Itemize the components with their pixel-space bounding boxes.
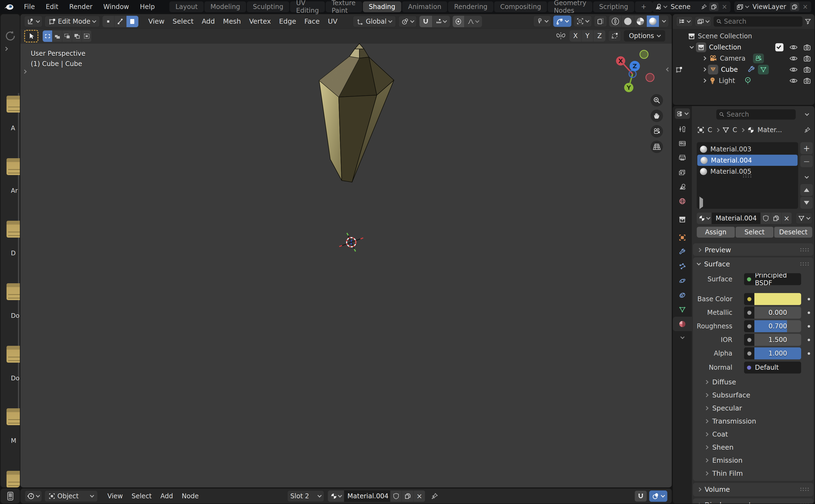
tab-animation[interactable]: Animation xyxy=(402,1,447,12)
select-extend-button[interactable] xyxy=(52,30,62,42)
solid-shading-button[interactable] xyxy=(622,15,634,27)
menu-edit[interactable]: Edit xyxy=(40,3,64,11)
toggle-ortho-grid-button[interactable] xyxy=(651,141,663,153)
subsection-specular[interactable]: Specular xyxy=(693,402,813,415)
list-resize-grip[interactable] xyxy=(743,174,752,178)
material-slot[interactable]: Material.003 xyxy=(697,144,798,155)
crystal-mesh-object[interactable] xyxy=(311,42,415,310)
outliner-search-input[interactable] xyxy=(724,18,800,25)
menu-node[interactable]: Node xyxy=(177,492,203,500)
mode-dropdown[interactable]: Edit Mode xyxy=(45,16,100,27)
subsection-thin-film[interactable]: Thin Film xyxy=(693,467,813,480)
scene-name[interactable]: Scene xyxy=(669,3,699,11)
expand-chevron-icon[interactable] xyxy=(690,44,694,49)
list-item[interactable]: Ar xyxy=(1,158,20,175)
outliner-filter-dropdown[interactable] xyxy=(695,16,711,27)
tab-compositing[interactable]: Compositing xyxy=(494,1,547,12)
alpha-slider[interactable]: 1.000 xyxy=(744,347,801,359)
toolbar-expand-icon[interactable] xyxy=(23,70,27,74)
displacement-panel-header[interactable]: Displacement xyxy=(693,498,813,503)
expand-chevron-icon[interactable] xyxy=(702,79,707,83)
pivot-point-dropdown[interactable] xyxy=(399,16,417,27)
tab-layout[interactable]: Layout xyxy=(169,1,204,12)
tab-scripting[interactable]: Scripting xyxy=(593,1,634,12)
light-data-icon[interactable] xyxy=(744,77,751,85)
viewport-canvas[interactable]: User Perspective (1) Cube | Cube xyxy=(20,44,672,487)
decorator-dot-icon[interactable] xyxy=(808,352,810,355)
mesh-data-link-dropdown[interactable] xyxy=(796,213,812,224)
menu-uv[interactable]: UV xyxy=(324,17,341,25)
axis-navigation-gizmo[interactable]: X Z Y xyxy=(609,49,658,95)
slot-dropdown[interactable]: Slot 2 xyxy=(287,490,324,502)
view-layer-name[interactable]: ViewLayer xyxy=(751,3,788,11)
remove-view-layer-icon[interactable]: × xyxy=(801,3,809,11)
view-layer-selector[interactable]: ViewLayer × xyxy=(734,1,811,12)
browse-material-dropdown[interactable] xyxy=(328,490,344,502)
menu-help[interactable]: Help xyxy=(135,3,160,11)
menu-view[interactable]: View xyxy=(103,492,127,500)
unlink-material-button[interactable]: × xyxy=(414,490,425,502)
fake-user-shield-button[interactable] xyxy=(390,490,402,502)
tab-render[interactable] xyxy=(673,136,692,151)
options-dropdown[interactable]: Options xyxy=(624,30,665,42)
menu-add[interactable]: Add xyxy=(198,17,219,25)
ior-slider[interactable]: 1.500 xyxy=(744,334,801,346)
vertex-select-button[interactable] xyxy=(102,16,114,27)
remove-material-slot-button[interactable]: − xyxy=(800,155,813,167)
tab-object-data[interactable] xyxy=(673,302,692,317)
menu-vertex[interactable]: Vertex xyxy=(245,17,275,25)
list-item[interactable]: D xyxy=(1,221,20,238)
decorator-dot-icon[interactable] xyxy=(808,339,810,341)
mesh-data-icon[interactable] xyxy=(758,65,769,74)
pan-hand-button[interactable] xyxy=(651,110,663,122)
material-name-field[interactable]: Material.004 xyxy=(712,213,761,224)
list-item[interactable] xyxy=(1,471,20,487)
outliner-row-cube[interactable]: Cube xyxy=(673,64,814,75)
shader-overlays-toggle[interactable] xyxy=(649,490,667,502)
shader-editor-type-button[interactable] xyxy=(25,490,42,502)
menu-edge[interactable]: Edge xyxy=(275,17,300,25)
camera-data-icon[interactable] xyxy=(753,54,764,63)
new-scene-button[interactable] xyxy=(709,2,718,11)
preview-panel-header[interactable]: Preview xyxy=(693,243,813,256)
pin-icon[interactable] xyxy=(701,4,707,10)
select-intersect-button[interactable] xyxy=(82,30,92,42)
tab-world[interactable] xyxy=(673,194,692,208)
add-workspace-button[interactable]: + xyxy=(635,1,652,12)
decorator-dot-icon[interactable] xyxy=(808,298,810,300)
blender-logo-icon[interactable] xyxy=(4,3,15,11)
edge-select-button[interactable] xyxy=(114,16,126,27)
decorator-dot-icon[interactable] xyxy=(808,325,810,328)
menu-add[interactable]: Add xyxy=(156,492,177,500)
mirror-x-button[interactable]: X xyxy=(570,30,581,42)
base-color-field[interactable] xyxy=(744,293,801,305)
list-item[interactable]: Do xyxy=(1,346,20,363)
browse-material-dropdown[interactable] xyxy=(697,213,712,224)
editor-type-button[interactable] xyxy=(24,16,42,27)
zoom-button[interactable] xyxy=(651,94,663,107)
subsection-emission[interactable]: Emission xyxy=(693,454,813,467)
menu-mesh[interactable]: Mesh xyxy=(219,17,245,25)
hide-eye-icon[interactable] xyxy=(789,44,798,50)
face-select-button[interactable] xyxy=(126,16,138,27)
select-subtract-button[interactable] xyxy=(62,30,72,42)
list-item[interactable]: A xyxy=(1,96,20,113)
material-preview-shading-button[interactable] xyxy=(634,15,647,27)
select-invert-button[interactable] xyxy=(72,30,82,42)
tab-scene[interactable] xyxy=(673,179,692,194)
properties-options-chevron[interactable] xyxy=(805,112,809,116)
metallic-slider[interactable]: 0.000 xyxy=(744,307,801,319)
list-item[interactable]: M xyxy=(1,408,20,425)
proportional-edit-toggle[interactable] xyxy=(453,16,465,27)
menu-file[interactable]: File xyxy=(18,3,40,11)
object-visibility-dropdown[interactable] xyxy=(533,15,551,27)
base-color-swatch[interactable] xyxy=(754,293,801,305)
mirror-y-button[interactable]: Y xyxy=(581,30,593,42)
camera-view-button[interactable] xyxy=(651,125,663,138)
decorator-dot-icon[interactable] xyxy=(808,312,810,314)
tab-constraints[interactable] xyxy=(673,288,692,302)
list-expand-icon[interactable] xyxy=(699,199,703,207)
expand-chevron-icon[interactable] xyxy=(702,67,707,72)
volume-panel-header[interactable]: Volume xyxy=(693,483,813,496)
wireframe-shading-button[interactable] xyxy=(609,15,622,27)
